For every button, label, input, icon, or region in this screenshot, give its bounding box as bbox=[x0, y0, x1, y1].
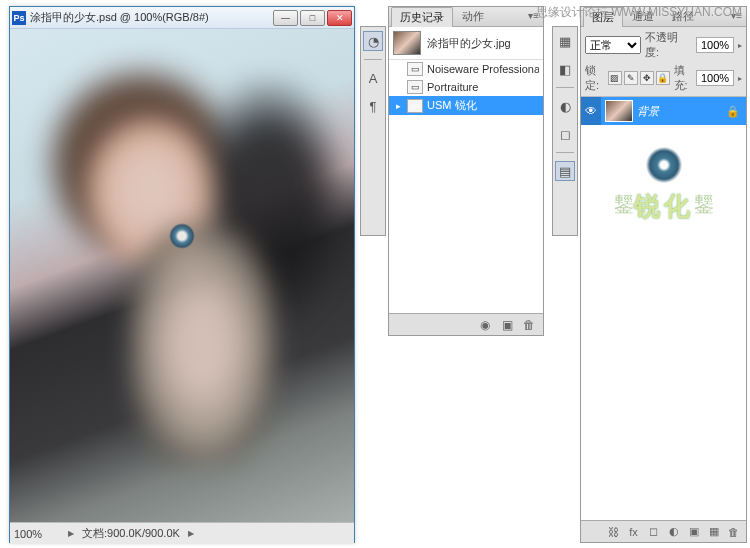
trash-icon[interactable]: 🗑 bbox=[725, 524, 742, 540]
history-panel-tabs: 历史记录 动作 ▾≡ bbox=[389, 7, 543, 27]
filter-step-icon: ▭ bbox=[407, 99, 423, 113]
filter-step-icon: ▭ bbox=[407, 62, 423, 76]
layer-list: 👁 背景 🔒 鑋 锐化 鑋 bbox=[581, 97, 746, 520]
new-snapshot-icon[interactable]: ◉ bbox=[477, 317, 493, 333]
layer-item-background[interactable]: 👁 背景 🔒 bbox=[581, 97, 746, 125]
swatches-icon[interactable]: ▦ bbox=[555, 31, 575, 51]
history-brush-marker-icon[interactable]: ▸ bbox=[393, 101, 403, 111]
history-item[interactable]: ▭ Noiseware Professional bbox=[389, 60, 543, 78]
history-toolcolumn: ◔ A ¶ bbox=[360, 26, 386, 236]
watermark-text: 思缘设计论坛 WWW.MISSYUAN.COM bbox=[536, 4, 742, 21]
masks-icon[interactable]: ◻ bbox=[555, 124, 575, 144]
close-button[interactable]: ✕ bbox=[327, 10, 352, 26]
overlay-deco-right-icon: 鑋 bbox=[694, 191, 714, 218]
history-panel-footer: ◉ ▣ 🗑 bbox=[389, 313, 543, 335]
lock-paint-icon[interactable]: ✎ bbox=[624, 71, 638, 85]
filter-step-icon: ▭ bbox=[407, 80, 423, 94]
layers-panel-icon[interactable]: ▤ bbox=[555, 161, 575, 181]
fill-input[interactable] bbox=[696, 70, 734, 86]
document-statusbar: 100% ▶ 文档:900.0K/900.0K ▶ bbox=[10, 522, 354, 544]
zoom-dropdown-icon[interactable]: ▶ bbox=[68, 529, 74, 538]
history-panel-icon[interactable]: ◔ bbox=[363, 31, 383, 51]
history-source-name: 涂指甲的少女.jpg bbox=[427, 36, 511, 51]
document-titlebar[interactable]: Ps 涂指甲的少女.psd @ 100%(RGB/8#) — □ ✕ bbox=[10, 7, 354, 29]
document-title: 涂指甲的少女.psd @ 100%(RGB/8#) bbox=[30, 10, 273, 25]
history-source-thumb bbox=[393, 31, 421, 55]
zoom-level[interactable]: 100% bbox=[14, 528, 60, 540]
document-window: Ps 涂指甲的少女.psd @ 100%(RGB/8#) — □ ✕ 100% … bbox=[9, 6, 355, 543]
document-canvas[interactable] bbox=[10, 29, 354, 522]
link-layers-icon[interactable]: ⛓ bbox=[605, 524, 622, 540]
character-panel-icon[interactable]: A bbox=[363, 68, 383, 88]
watermark-logo-icon bbox=[168, 222, 196, 250]
status-dropdown-icon[interactable]: ▶ bbox=[188, 529, 194, 538]
history-source[interactable]: 涂指甲的少女.jpg bbox=[389, 27, 543, 60]
fill-label: 填充: bbox=[674, 63, 693, 93]
trash-icon[interactable]: 🗑 bbox=[521, 317, 537, 333]
overlay-deco-left-icon: 鑋 bbox=[614, 191, 634, 218]
overlay-radial-icon bbox=[644, 145, 684, 185]
fill-dropdown-icon[interactable]: ▸ bbox=[738, 74, 742, 83]
maximize-button[interactable]: □ bbox=[300, 10, 325, 26]
history-item[interactable]: ▭ Portraiture bbox=[389, 78, 543, 96]
adjustment-layer-icon[interactable]: ◐ bbox=[665, 524, 682, 540]
doc-status-text: 文档:900.0K/900.0K bbox=[82, 526, 180, 541]
lock-icon: 🔒 bbox=[726, 105, 740, 118]
layers-toolcolumn: ▦ ◧ ◐ ◻ ▤ bbox=[552, 26, 578, 236]
overlay-watermark: 鑋 锐化 鑋 bbox=[581, 145, 746, 224]
lock-label: 锁定: bbox=[585, 63, 604, 93]
paragraph-panel-icon[interactable]: ¶ bbox=[363, 96, 383, 116]
blend-mode-select[interactable]: 正常 bbox=[585, 36, 641, 54]
styles-icon[interactable]: ◧ bbox=[555, 59, 575, 79]
adjustments-icon[interactable]: ◐ bbox=[555, 96, 575, 116]
opacity-input[interactable] bbox=[696, 37, 734, 53]
add-mask-icon[interactable]: ◻ bbox=[645, 524, 662, 540]
lock-all-icon[interactable]: 🔒 bbox=[656, 71, 670, 85]
layers-panel: 图层 通道 路径 ▾≡ 正常 不透明度: ▸ 锁定: ▨ ✎ ✥ 🔒 填充: ▸ bbox=[580, 6, 747, 543]
tab-history[interactable]: 历史记录 bbox=[391, 7, 453, 27]
minimize-button[interactable]: — bbox=[273, 10, 298, 26]
history-panel: 历史记录 动作 ▾≡ 涂指甲的少女.jpg ▭ Noiseware Profes… bbox=[388, 6, 544, 336]
lock-transparent-icon[interactable]: ▨ bbox=[608, 71, 622, 85]
opacity-dropdown-icon[interactable]: ▸ bbox=[738, 41, 742, 50]
opacity-label: 不透明度: bbox=[645, 30, 692, 60]
lock-move-icon[interactable]: ✥ bbox=[640, 71, 654, 85]
fx-icon[interactable]: fx bbox=[625, 524, 642, 540]
group-icon[interactable]: ▣ bbox=[685, 524, 702, 540]
history-item-active[interactable]: ▸▭ USM 锐化 bbox=[389, 96, 543, 115]
ps-file-icon: Ps bbox=[12, 11, 26, 25]
new-layer-icon[interactable]: ▦ bbox=[705, 524, 722, 540]
layer-options: 正常 不透明度: ▸ 锁定: ▨ ✎ ✥ 🔒 填充: ▸ bbox=[581, 27, 746, 97]
layers-panel-footer: ⛓ fx ◻ ◐ ▣ ▦ 🗑 bbox=[581, 520, 746, 542]
layer-thumb[interactable] bbox=[605, 100, 633, 122]
visibility-eye-icon[interactable]: 👁 bbox=[581, 97, 601, 125]
tab-actions[interactable]: 动作 bbox=[453, 6, 493, 26]
new-doc-icon[interactable]: ▣ bbox=[499, 317, 515, 333]
overlay-text: 锐化 bbox=[634, 189, 694, 224]
layer-name[interactable]: 背景 bbox=[637, 104, 726, 119]
